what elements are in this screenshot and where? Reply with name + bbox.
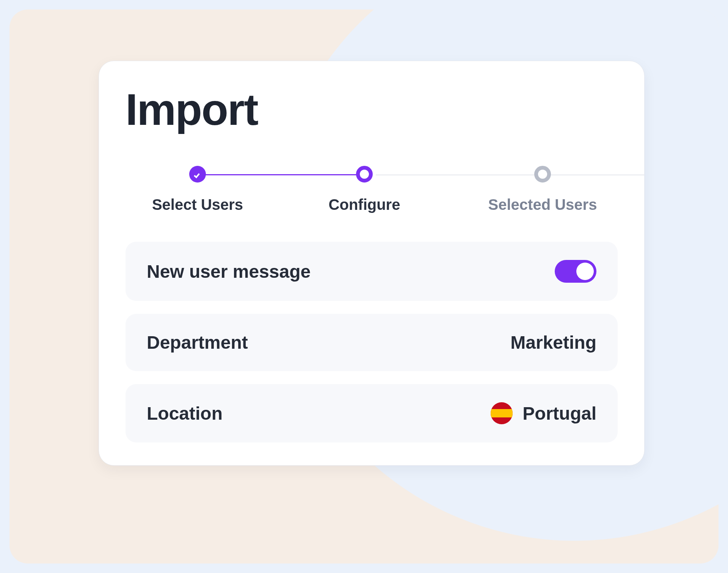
page-title: Import [126,88,618,132]
flag-stripe [491,409,513,417]
check-icon [189,166,206,183]
step-selected-users[interactable]: Selected Users [482,166,603,213]
step-dot-current-icon [356,166,373,183]
setting-value: Marketing [510,332,596,353]
toggle-knob [576,263,594,280]
setting-row-location[interactable]: Location Portugal [126,384,618,442]
setting-label: New user message [147,261,311,282]
setting-row-new-user-message: New user message [126,242,618,301]
setting-label: Department [147,332,248,353]
step-dot-future-icon [534,166,551,183]
setting-label: Location [147,403,223,424]
step-label: Select Users [148,196,247,213]
import-card: Import Select Users Configure Selected U… [99,61,645,466]
new-user-message-toggle[interactable] [555,260,596,283]
setting-value: Portugal [491,402,596,424]
step-configure[interactable]: Configure [315,166,414,213]
step-label: Configure [315,196,414,213]
step-select-users[interactable]: Select Users [148,166,247,213]
wizard-stepper: Select Users Configure Selected Users [126,166,618,219]
location-value-text: Portugal [522,403,596,424]
flag-icon [491,402,513,424]
step-label: Selected Users [482,196,603,213]
setting-row-department[interactable]: Department Marketing [126,314,618,371]
